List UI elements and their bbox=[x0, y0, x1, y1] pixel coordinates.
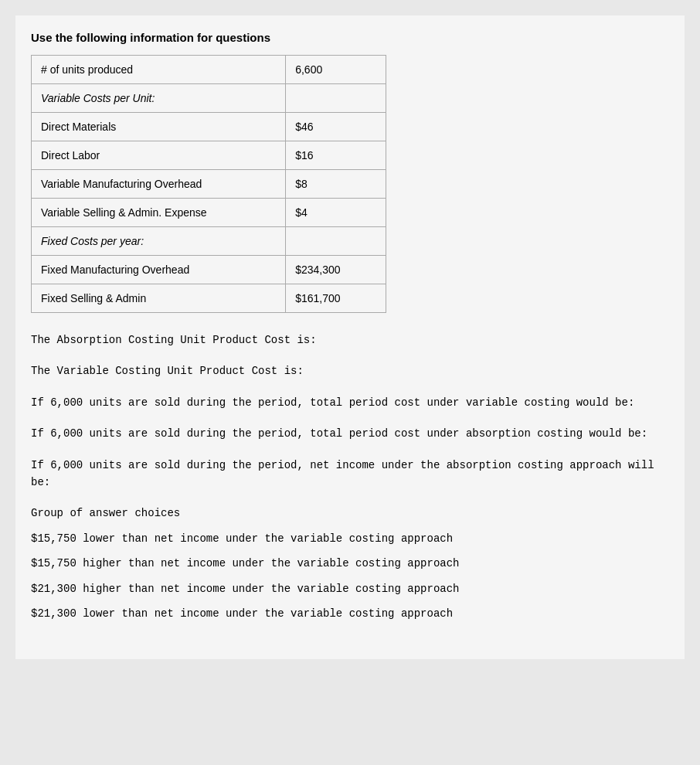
table-row: Variable Costs per Unit: bbox=[32, 84, 386, 113]
table-cell-value: $161,700 bbox=[286, 284, 386, 313]
table-cell-value: $234,300 bbox=[286, 256, 386, 284]
question-q4: If 6,000 units are sold during the perio… bbox=[31, 425, 669, 442]
table-cell-label: Fixed Costs per year: bbox=[32, 227, 286, 256]
answer-choices-block: Group of answer choices $15,750 lower th… bbox=[31, 505, 669, 622]
page-header: Use the following information for questi… bbox=[31, 31, 669, 44]
table-row: # of units produced6,600 bbox=[32, 56, 386, 84]
info-table: # of units produced6,600Variable Costs p… bbox=[31, 55, 386, 313]
answer-choice-3[interactable]: $21,300 higher than net income under the… bbox=[31, 580, 669, 597]
table-cell-label: # of units produced bbox=[32, 56, 286, 84]
table-cell-value: $4 bbox=[286, 199, 386, 227]
question-q2: The Variable Costing Unit Product Cost i… bbox=[31, 362, 669, 379]
table-cell-value bbox=[286, 84, 386, 113]
main-container: Use the following information for questi… bbox=[15, 15, 685, 659]
questions-section: The Absorption Costing Unit Product Cost… bbox=[31, 332, 669, 622]
table-row: Fixed Selling & Admin$161,700 bbox=[32, 284, 386, 313]
answer-choice-1[interactable]: $15,750 lower than net income under the … bbox=[31, 530, 669, 547]
table-cell-value: 6,600 bbox=[286, 56, 386, 84]
table-cell-label: Variable Manufacturing Overhead bbox=[32, 170, 286, 199]
table-cell-value: $8 bbox=[286, 170, 386, 199]
table-row: Fixed Costs per year: bbox=[32, 227, 386, 256]
answer-choice-2[interactable]: $15,750 higher than net income under the… bbox=[31, 555, 669, 572]
table-cell-label: Variable Costs per Unit: bbox=[32, 84, 286, 113]
table-cell-label: Fixed Selling & Admin bbox=[32, 284, 286, 313]
table-cell-value: $46 bbox=[286, 113, 386, 141]
table-cell-label: Fixed Manufacturing Overhead bbox=[32, 256, 286, 284]
table-cell-label: Variable Selling & Admin. Expense bbox=[32, 199, 286, 227]
table-cell-value: $16 bbox=[286, 141, 386, 170]
group-of-answer-choices-label: Group of answer choices bbox=[31, 505, 669, 522]
table-row: Direct Materials$46 bbox=[32, 113, 386, 141]
question-q1: The Absorption Costing Unit Product Cost… bbox=[31, 332, 669, 348]
question-q5: If 6,000 units are sold during the perio… bbox=[31, 457, 669, 491]
table-cell-value bbox=[286, 227, 386, 256]
table-cell-label: Direct Materials bbox=[32, 113, 286, 141]
table-row: Fixed Manufacturing Overhead$234,300 bbox=[32, 256, 386, 284]
table-row: Variable Manufacturing Overhead$8 bbox=[32, 170, 386, 199]
question-q3: If 6,000 units are sold during the perio… bbox=[31, 394, 669, 411]
answer-choice-4[interactable]: $21,300 lower than net income under the … bbox=[31, 605, 669, 622]
table-row: Direct Labor$16 bbox=[32, 141, 386, 170]
table-row: Variable Selling & Admin. Expense$4 bbox=[32, 199, 386, 227]
table-cell-label: Direct Labor bbox=[32, 141, 286, 170]
